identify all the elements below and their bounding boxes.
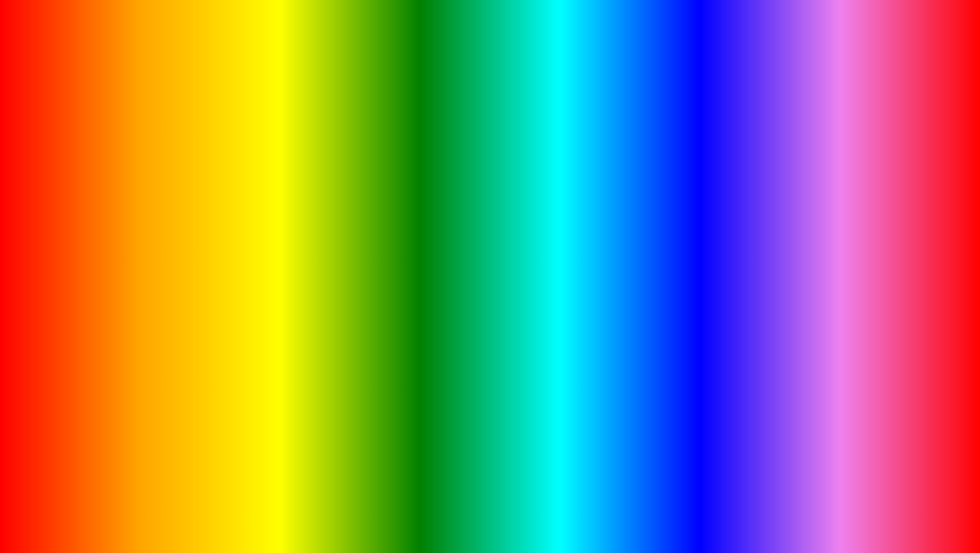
left-panel-body: 🍩 Auto Dough 🍩 Auto Dough Auto Dough V2 … <box>43 174 310 245</box>
auto-farm-section: 🔵 Auto Farm 🔵 <box>648 178 786 187</box>
super-fast-attack-label: Super Fast Attack <box>842 205 886 212</box>
bring-mob-row: Bring Mob <box>795 240 933 250</box>
mirage-island-section: 🏝️ Mirage Island 🏝️ <box>181 178 306 187</box>
logo-blox-text: BL🔴X <box>895 462 935 473</box>
evo-toggle-row: Auto Evo V4 <box>158 293 317 305</box>
select-weapon-dropdown[interactable]: Select Weapon ▼ <box>795 190 933 201</box>
super-fast-attack-toggle[interactable] <box>917 204 933 213</box>
auto-farm-level-toggle-left[interactable] <box>648 191 665 199</box>
auto-mirage-toggle[interactable] <box>287 190 306 199</box>
deco-balloon-right: 🎈 <box>924 106 956 135</box>
right-panel-body: 🔵 Auto Farm 🔵 Auto Farm Level Auto Secon… <box>644 174 937 254</box>
auto-second-sea-row: Auto Second Sea <box>648 200 786 211</box>
auto-farm-level-toggle[interactable] <box>770 191 786 199</box>
auto-set-spawn-label: Auto Set Spawn Point <box>836 232 891 238</box>
auto-evo-v4-label: Auto Evo V4 <box>191 293 251 305</box>
right-tab-status[interactable]: Status <box>724 163 741 170</box>
left-panel-header: URANIUM HUB x Premium 1.0 [ RightControl… <box>43 150 310 160</box>
fluxus-badge: FLUXUS HYDROGEN <box>572 133 682 178</box>
checking-bone-info: 🦴 Checking Bone 🦴: 14 <box>47 227 172 233</box>
auto-second-sea-toggle[interactable] <box>770 201 786 210</box>
auto-dough-toggle[interactable] <box>153 190 172 199</box>
right-panel: URANIUM HUB x Premium 1.0 User Hub Main … <box>643 149 938 255</box>
auto-dough-label: Auto Dough <box>47 192 77 198</box>
auto-second-sea-toggle-left[interactable] <box>648 201 665 210</box>
left-panel-tabs: User Hub Main Item Status Combat Telepor… <box>43 160 310 174</box>
background: 🚩 🎈 ⭐ BLOX FRUITS MOBILE ✓ ANDROID ✓ URA… <box>4 4 976 549</box>
right-tab-main[interactable]: Main <box>683 163 697 170</box>
auto-dough-v2-label: Auto Dough V2 <box>47 203 85 210</box>
settings-farm-section: ✖️ Settings Farm ✖️ <box>795 218 933 227</box>
tab-main[interactable]: Main <box>82 163 95 170</box>
right-panel-tabs: User Hub Main Item Status <box>644 160 937 174</box>
auto-farm-near-toggle[interactable] <box>770 237 786 245</box>
left-panel-shortcut: [ RightControl ] <box>268 152 305 158</box>
right-col-2: ⚔️ Select Weapon & Fast ⚔️ Select Weapon… <box>791 174 937 254</box>
dropdown-arrow-icon: ▼ <box>923 193 928 199</box>
full-moon-hop-toggle-row: Find Full Moon + Hop <box>181 216 306 225</box>
auto-farm-level-label: Auto Farm Level <box>697 192 738 198</box>
full-moon-hop-toggle[interactable] <box>287 216 306 225</box>
bring-mob-toggle[interactable] <box>917 241 933 249</box>
full-moon-section: 🌕 Full Moon 🌕 <box>181 203 306 213</box>
auto-farm-level-row: Auto Farm Level <box>648 190 786 200</box>
left-col-2: 🏝️ Mirage Island 🏝️ Auto Mirage Island 🌕… <box>177 174 310 245</box>
auto-evo-v4-toggle[interactable] <box>158 293 183 305</box>
tab-status[interactable]: Status <box>122 163 140 170</box>
auto-third-sea-row: Auto Third Sea <box>648 211 786 221</box>
bring-mob-label: Bring Mob <box>851 242 876 248</box>
select-weapon-section: ⚔️ Select Weapon & Fast ⚔️ <box>795 178 933 187</box>
auto-dough-v2-toggle-row: Auto Dough V2 <box>47 202 172 211</box>
auto-farm-near-label: Auto Farm Near <box>697 238 737 244</box>
auto-third-sea-toggle[interactable] <box>770 212 786 220</box>
auto-race-v4-text: AUTO RACE V4 <box>115 469 554 534</box>
hydrogen-text: HYDROGEN <box>581 153 672 172</box>
auto-farm-near-toggle-left[interactable] <box>648 237 665 245</box>
auto-dough-v2-toggle[interactable] <box>153 202 172 211</box>
script-pastebin-text: SCRIPT PASTEBIN <box>562 492 865 528</box>
auto-third-sea-toggle-left[interactable] <box>648 212 665 220</box>
auto-dough-toggle-row: Auto Dough <box>47 190 172 199</box>
left-panel: URANIUM HUB x Premium 1.0 [ RightControl… <box>42 149 311 246</box>
super-fast-attack-row: Super Fast Attack <box>795 203 933 214</box>
evo-panel: 🔺 Evo Race V.4 🔺 Auto Evo V4 <box>146 268 329 314</box>
right-panel-header: URANIUM HUB x Premium 1.0 <box>644 150 937 160</box>
tab-item[interactable]: Item <box>103 163 115 170</box>
right-tab-item[interactable]: Item <box>704 163 716 170</box>
logo-fruits-text: FRUITS <box>895 473 935 484</box>
main-title: BLOX FRUITS <box>210 19 770 104</box>
auto-farm-near-row: Auto Farm Near <box>648 236 786 246</box>
tab-teleport[interactable]: Teleport + Rai <box>176 163 214 170</box>
tab-user-hub[interactable]: User Hub <box>48 163 74 170</box>
auto-set-spawn-toggle[interactable] <box>917 231 933 239</box>
hallow-scythe-section: Hallow Scythe ✨ <box>181 229 306 238</box>
auto-set-spawn-row: Auto Set Spawn Point <box>795 230 933 240</box>
bottom-text: AUTO RACE V4 SCRIPT PASTEBIN <box>115 469 865 534</box>
select-weapon-label: Select Weapon <box>799 193 837 199</box>
bones-section: 🦴 Bones 🦴 <box>47 215 172 224</box>
auto-dough-section: 🍩 Auto Dough 🍩 <box>47 178 172 187</box>
auto-set-spawn-toggle-left[interactable] <box>795 231 811 239</box>
others-quest-section: 🔵 Others + Quest W 🔵 <box>648 224 786 233</box>
super-fast-attack-toggle-left[interactable] <box>795 204 811 213</box>
left-col-1: 🍩 Auto Dough 🍩 Auto Dough Auto Dough V2 … <box>43 174 177 245</box>
tab-combat[interactable]: Combat <box>147 163 169 170</box>
auto-third-sea-label: Auto Third Sea <box>699 213 736 219</box>
left-panel-title: URANIUM HUB x Premium 1.0 <box>48 152 125 158</box>
auto-second-sea-label: Auto Second Sea <box>696 202 739 209</box>
auto-mirage-label: Auto Mirage Island <box>181 192 227 198</box>
evo-panel-title: 🔺 Evo Race V.4 🔺 <box>158 277 317 287</box>
full-moon-hop-label: Find Full Moon + Hop <box>181 217 234 223</box>
right-col-1: 🔵 Auto Farm 🔵 Auto Farm Level Auto Secon… <box>644 174 791 254</box>
auto-mirage-toggle-row: Auto Mirage Island <box>181 190 306 199</box>
bring-mob-toggle-left[interactable] <box>795 241 811 249</box>
